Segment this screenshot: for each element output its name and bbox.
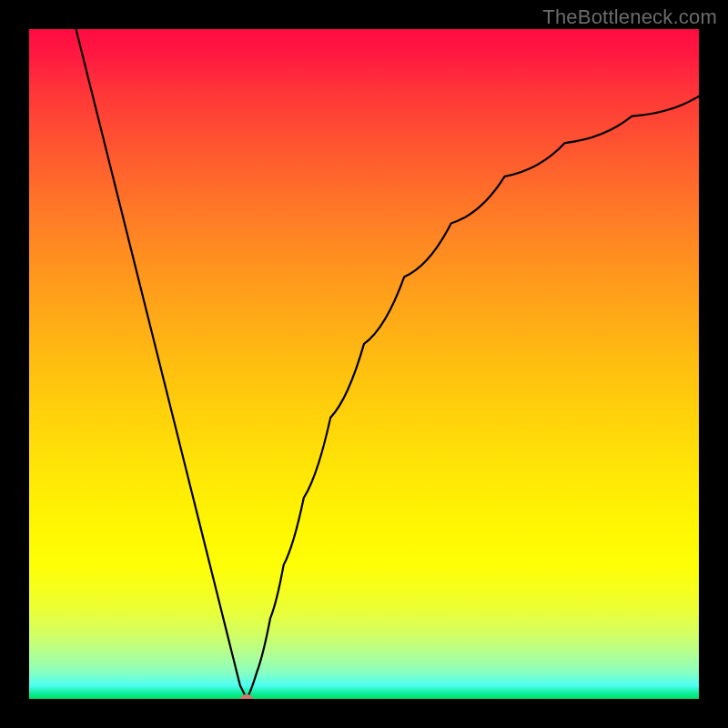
plot-area — [29, 29, 699, 699]
curve-path — [76, 29, 699, 699]
chart-frame: TheBottleneck.com — [0, 0, 728, 728]
watermark-text: TheBottleneck.com — [542, 5, 717, 29]
minimum-marker — [240, 694, 253, 699]
bottleneck-curve — [29, 29, 699, 699]
